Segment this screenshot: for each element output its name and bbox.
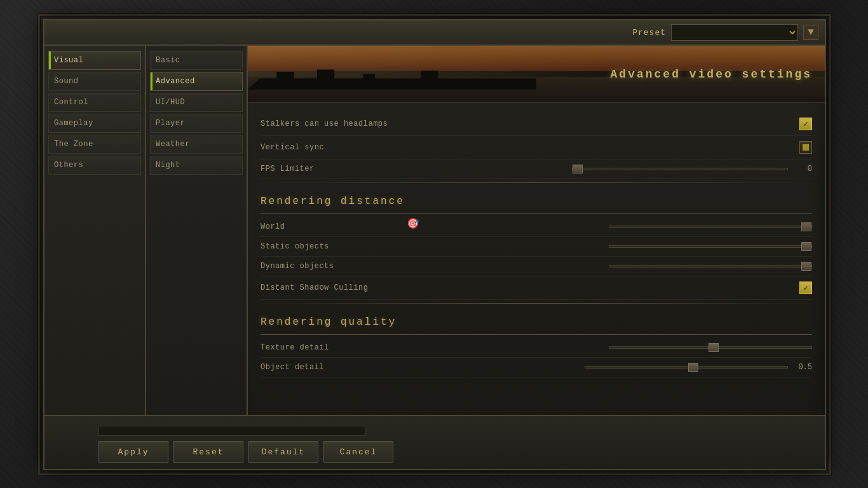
sidebar-item-thezone-label: The Zone [54, 140, 93, 149]
setting-row-world: World 🎯 [261, 217, 812, 237]
content-area: Visual Sound Control Gameplay The Zone O… [44, 46, 825, 469]
texture-slider-thumb[interactable] [709, 343, 719, 352]
mid-item-weather[interactable]: Weather [150, 135, 243, 154]
sidebar-item-control-label: Control [54, 98, 88, 107]
preset-dropdown[interactable] [671, 24, 798, 41]
progress-bar [98, 426, 365, 436]
headlamps-checkbox[interactable] [799, 118, 812, 130]
static-slider-container [438, 245, 812, 248]
setting-row-headlamps: Stalkers can use headlamps [261, 112, 812, 136]
mid-item-player-label: Player [156, 119, 185, 128]
setting-row-static: Static objects [261, 237, 812, 257]
sidebar-item-visual[interactable]: Visual [48, 51, 141, 70]
headlamps-label: Stalkers can use headlamps [261, 119, 438, 128]
dynamic-slider-container [438, 265, 812, 268]
sidebar-item-control[interactable]: Control [48, 93, 141, 112]
default-button[interactable]: Default [248, 441, 318, 463]
preset-arrow-button[interactable]: ▼ [803, 25, 818, 40]
top-bar: Preset ▼ [44, 20, 825, 46]
object-slider-thumb[interactable] [688, 363, 698, 372]
fps-slider-track[interactable] [572, 168, 788, 170]
sidebar-item-thezone[interactable]: The Zone [48, 135, 141, 154]
dynamic-control [438, 265, 812, 268]
bottom-bar: Apply Reset Default Cancel [44, 415, 825, 469]
vsync-label: Vertical sync [261, 143, 438, 152]
object-control: 0.5 [438, 363, 812, 372]
mid-item-basic-label: Basic [156, 56, 180, 65]
mid-item-basic[interactable]: Basic [150, 51, 243, 70]
shadow-culling-control [438, 281, 812, 294]
headlamps-control [438, 118, 812, 130]
object-label: Object detail [261, 363, 438, 372]
setting-row-shadow-culling: Distant Shadow Culling [261, 276, 812, 300]
vsync-checkbox[interactable] [799, 141, 812, 154]
rendering-quality-header: Rendering quality [261, 307, 812, 335]
static-slider-thumb[interactable] [801, 242, 811, 251]
separator-2 [261, 303, 812, 304]
mid-item-uihud[interactable]: UI/HUD [150, 93, 243, 112]
main-window: Preset ▼ Visual Sound Control Gameplay T… [43, 19, 826, 470]
right-section: Advanced video settings Stalkers can use… [248, 46, 825, 469]
sidebar-item-others-label: Others [54, 161, 83, 170]
texture-label: Texture detail [261, 343, 438, 352]
setting-row-vsync: Vertical sync [261, 136, 812, 159]
shadow-culling-checkbox[interactable] [799, 281, 812, 294]
fps-slider-value: 0 [793, 165, 812, 173]
reset-button[interactable]: Reset [173, 441, 243, 463]
panel-title: Advanced video settings [611, 68, 812, 81]
fps-label: FPS Limiter [261, 165, 438, 173]
fps-slider-container: 0 [438, 165, 812, 173]
mid-item-weather-label: Weather [156, 140, 190, 149]
vsync-control [438, 141, 812, 154]
setting-row-dynamic: Dynamic objects [261, 257, 812, 276]
dynamic-slider-track[interactable] [609, 265, 812, 268]
mid-item-advanced-label: Advanced [156, 77, 195, 86]
settings-content: Stalkers can use headlamps Vertical sync… [248, 103, 825, 469]
mid-sidebar: Basic Advanced UI/HUD Player Weather Nig… [146, 46, 248, 469]
separator-1 [261, 182, 812, 183]
texture-slider-container [438, 346, 812, 349]
setting-row-object: Object detail 0.5 [261, 358, 812, 377]
dynamic-slider-thumb[interactable] [801, 262, 811, 271]
world-slider-thumb[interactable] [801, 222, 811, 231]
fps-slider-thumb[interactable] [573, 165, 583, 173]
rendering-distance-header: Rendering distance [261, 186, 812, 214]
shadow-culling-label: Distant Shadow Culling [261, 283, 438, 292]
fps-control: 0 [438, 165, 812, 173]
sidebar-item-visual-label: Visual [54, 56, 83, 65]
static-slider-track[interactable] [609, 245, 812, 248]
preview-area: Advanced video settings [248, 46, 825, 103]
world-control: 🎯 [438, 226, 812, 228]
sidebar-item-gameplay[interactable]: Gameplay [48, 114, 141, 133]
object-slider-value: 0.5 [793, 363, 812, 372]
object-slider-container: 0.5 [438, 363, 812, 372]
apply-button[interactable]: Apply [98, 441, 168, 463]
sidebar-item-sound[interactable]: Sound [48, 72, 141, 91]
world-slider-track[interactable] [609, 226, 812, 228]
cancel-button[interactable]: Cancel [323, 441, 393, 463]
sidebar-item-sound-label: Sound [54, 77, 79, 86]
dynamic-label: Dynamic objects [261, 262, 438, 271]
sidebar-item-gameplay-label: Gameplay [54, 119, 93, 128]
mid-item-advanced[interactable]: Advanced [150, 72, 243, 91]
world-slider-container [438, 226, 812, 228]
static-control [438, 245, 812, 248]
preset-label: Preset [632, 28, 666, 37]
sidebar-item-others[interactable]: Others [48, 156, 141, 175]
bottom-buttons: Apply Reset Default Cancel [98, 441, 393, 463]
mid-item-uihud-label: UI/HUD [156, 98, 185, 107]
mid-item-night[interactable]: Night [150, 156, 243, 175]
mid-item-player[interactable]: Player [150, 114, 243, 133]
world-label: World [261, 222, 438, 231]
setting-row-fps: FPS Limiter 0 [261, 159, 812, 179]
setting-row-texture: Texture detail [261, 338, 812, 358]
static-label: Static objects [261, 242, 438, 251]
texture-control [438, 346, 812, 349]
mid-item-night-label: Night [156, 161, 180, 170]
left-sidebar: Visual Sound Control Gameplay The Zone O… [44, 46, 146, 469]
texture-slider-track[interactable] [609, 346, 812, 349]
object-slider-track[interactable] [585, 366, 788, 369]
